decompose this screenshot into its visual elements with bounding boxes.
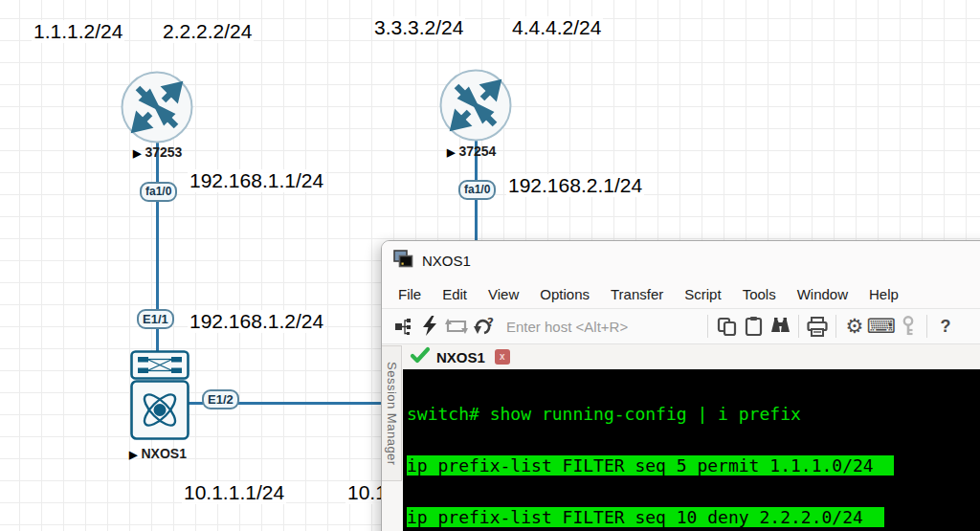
svg-text:?: ? — [487, 317, 494, 329]
interface-badge-e11: E1/1 — [137, 309, 174, 329]
left-dock-strip: Session Manager — [382, 344, 403, 531]
securecrt-window: NXOS1 File Edit View Options Transfer Sc… — [381, 240, 980, 531]
menu-view[interactable]: View — [478, 283, 529, 305]
terminal-line: switch# show running-config | i prefix — [407, 406, 980, 423]
connect-in-tab-icon[interactable] — [443, 313, 470, 340]
router2-name-label: ▶37254 — [447, 144, 496, 159]
toolbar: ? Enter host <Alt+R> — [382, 308, 980, 344]
vlan-ip-label: 10.1.1.1/24 — [182, 481, 286, 504]
quick-connect-icon[interactable] — [416, 313, 443, 340]
key-icon[interactable] — [895, 313, 922, 340]
session-manager-icon[interactable] — [390, 313, 416, 340]
router1-ip-label: 192.168.1.1/24 — [188, 169, 325, 192]
menu-options[interactable]: Options — [529, 283, 600, 305]
window-title: NXOS1 — [422, 253, 471, 269]
print-icon[interactable] — [804, 313, 831, 340]
menu-window[interactable]: Window — [787, 283, 858, 305]
play-icon: ▶ — [133, 147, 141, 159]
interface-badge-r2-fa10: fa1/0 — [458, 180, 496, 200]
menu-bar: File Edit View Options Transfer Script T… — [382, 279, 980, 308]
router2-icon[interactable] — [439, 69, 512, 145]
tab-close-icon[interactable]: x — [495, 349, 510, 365]
session-tab-label[interactable]: NXOS1 — [436, 349, 485, 365]
router2-ip-label: 192.168.2.1/24 — [506, 174, 644, 197]
interface-badge-e12: E1/2 — [202, 389, 239, 409]
nxos-name-label: ▶NXOS1 — [129, 446, 187, 461]
quick-connect-host-input[interactable]: Enter host <Alt+R> — [506, 319, 702, 335]
play-icon: ▶ — [447, 146, 455, 158]
menu-help[interactable]: Help — [858, 283, 909, 305]
paste-icon[interactable] — [740, 313, 767, 340]
keyboard-icon[interactable]: ⌨ — [868, 313, 895, 340]
loopback2-label: 2.2.2.2/24 — [161, 20, 254, 43]
app-icon — [393, 250, 413, 272]
interface-badge-r1-fa10: fa1/0 — [140, 182, 177, 202]
copy-icon[interactable] — [713, 313, 740, 340]
connected-check-icon — [410, 346, 431, 367]
menu-transfer[interactable]: Transfer — [600, 283, 674, 305]
loopback1-label: 1.1.1.2/24 — [32, 20, 124, 43]
router1-icon[interactable] — [121, 71, 193, 147]
terminal-line-selected: ip prefix-list FILTER seq 10 deny 2.2.2.… — [407, 509, 980, 526]
settings-icon[interactable]: ⚙ — [841, 313, 868, 340]
nxos-switch-icon[interactable] — [130, 380, 189, 444]
toolbar-separator — [926, 315, 927, 338]
window-titlebar[interactable]: NXOS1 — [382, 241, 980, 279]
loopback4-label: 4.4.4.2/24 — [510, 16, 603, 39]
session-tab-bar: NXOS1 x — [403, 344, 980, 369]
find-icon[interactable] — [767, 313, 793, 340]
toolbar-separator — [707, 315, 708, 338]
menu-tools[interactable]: Tools — [732, 283, 787, 305]
router1-name-label: ▶37253 — [133, 144, 182, 160]
toolbar-separator — [798, 315, 799, 338]
ethernet-switch-icon[interactable] — [130, 350, 189, 384]
menu-file[interactable]: File — [388, 283, 432, 305]
play-icon: ▶ — [129, 449, 137, 460]
toolbar-separator — [835, 315, 836, 338]
terminal-screen[interactable]: switch# show running-config | i prefix i… — [403, 369, 980, 531]
switch-ip-label: 192.168.1.2/24 — [188, 310, 325, 333]
loopback3-label: 3.3.3.2/24 — [372, 16, 465, 39]
reconnect-icon[interactable]: ? — [470, 313, 497, 340]
terminal-line-selected: ip prefix-list FILTER seq 5 permit 1.1.1… — [407, 457, 980, 475]
menu-edit[interactable]: Edit — [432, 283, 478, 305]
menu-script[interactable]: Script — [674, 283, 731, 305]
session-manager-tab[interactable]: Session Manager — [382, 345, 402, 481]
help-icon[interactable]: ? — [932, 313, 959, 340]
